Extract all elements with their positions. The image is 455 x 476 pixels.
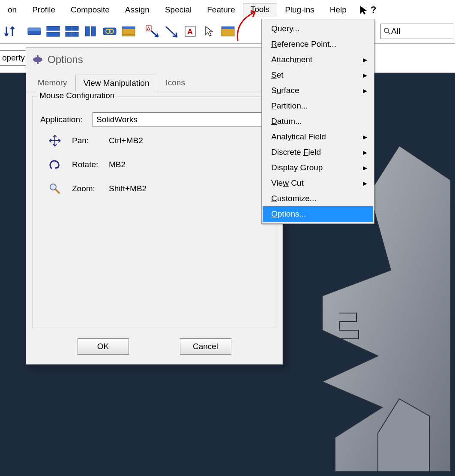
menu-composite[interactable]: Composite	[63, 3, 117, 16]
svg-rect-27	[37, 55, 39, 64]
submenu-arrow-icon: ▶	[363, 72, 367, 78]
panel-icon[interactable]	[120, 24, 137, 39]
zoom-icon	[48, 182, 62, 196]
tools-menu-item-surface[interactable]: Surface▶	[263, 83, 373, 98]
ok-button[interactable]: OK	[78, 338, 129, 355]
mouse-row-zoom: Zoom:Shift+MB2	[48, 182, 270, 196]
submenu-arrow-icon: ▶	[363, 180, 367, 187]
menu-help[interactable]: Help	[322, 3, 354, 16]
single-view-icon[interactable]	[26, 24, 43, 39]
tools-menu-item-displaygroup[interactable]: Display Group▶	[263, 160, 373, 175]
svg-point-28	[50, 184, 56, 190]
mouse-binding-value: MB2	[109, 160, 270, 169]
columns-view-icon[interactable]	[82, 24, 99, 39]
quad-view-icon[interactable]	[63, 24, 81, 39]
submenu-arrow-icon: ▶	[363, 134, 367, 140]
mouse-binding-value: Shift+MB2	[109, 184, 270, 193]
options-icon	[32, 54, 43, 65]
sort-icon[interactable]	[2, 24, 19, 39]
application-select[interactable]: SolidWorks	[93, 112, 270, 127]
svg-rect-4	[66, 26, 72, 30]
svg-rect-3	[47, 32, 60, 36]
dialog-title-bar: Options	[26, 48, 282, 67]
svg-rect-5	[72, 26, 78, 30]
tools-menu-item-referencepoint[interactable]: Reference Point...	[263, 36, 373, 52]
mouse-action-label: Pan:	[72, 136, 106, 145]
text-icon[interactable]: A	[182, 24, 199, 39]
tools-menu-item-set[interactable]: Set▶	[263, 67, 373, 83]
svg-rect-2	[47, 26, 60, 30]
svg-point-22	[384, 28, 389, 33]
tools-menu: Query...Reference Point...Attachment▶Set…	[261, 19, 374, 224]
tab-view-manipulation[interactable]: View Manipulation	[75, 75, 158, 91]
tools-menu-item-attachment[interactable]: Attachment▶	[263, 52, 373, 67]
filter-input[interactable]	[390, 26, 450, 36]
tools-menu-item-analyticalfield[interactable]: Analytical Field▶	[263, 129, 373, 145]
mouse-row-rotate: Rotate:MB2	[48, 158, 270, 172]
svg-rect-7	[72, 32, 78, 36]
svg-text:A: A	[147, 26, 150, 31]
application-value: SolidWorks	[96, 115, 138, 124]
menu-on[interactable]: on	[0, 3, 24, 16]
svg-rect-9	[91, 27, 96, 36]
annotate-arrow-icon[interactable]: A	[144, 24, 161, 39]
mouse-binding-value: Ctrl+MB2	[109, 136, 270, 145]
mouse-action-label: Zoom:	[72, 184, 106, 193]
document-icon[interactable]	[219, 24, 236, 39]
tools-menu-item-customize[interactable]: Customize...	[263, 191, 373, 206]
svg-rect-8	[85, 27, 90, 36]
mouse-row-pan: Pan:Ctrl+MB2	[48, 134, 270, 148]
submenu-arrow-icon: ▶	[363, 57, 367, 63]
menu-gins[interactable]: Plug-ins	[277, 3, 322, 16]
group-legend: Mouse Configuration	[37, 91, 117, 100]
search-icon	[383, 27, 390, 35]
tools-menu-item-partition[interactable]: Partition...	[263, 98, 373, 114]
context-help-icon[interactable]: ?	[354, 4, 380, 15]
svg-rect-14	[122, 27, 135, 29]
svg-line-29	[55, 189, 60, 193]
tools-menu-item-discretefield[interactable]: Discrete Field▶	[263, 145, 373, 160]
cursor-icon[interactable]	[201, 24, 218, 39]
menu-profile[interactable]: Profile	[24, 3, 63, 16]
toolbar: A A	[0, 21, 455, 44]
filter-field[interactable]	[380, 24, 453, 39]
submenu-arrow-icon: ▶	[363, 87, 367, 94]
tools-menu-item-query[interactable]: Query...	[263, 21, 373, 36]
split-view-icon[interactable]	[45, 24, 62, 39]
menu-ecial[interactable]: Special	[157, 3, 199, 16]
menu-assign[interactable]: Assign	[117, 3, 157, 16]
svg-rect-1	[28, 28, 41, 31]
options-dialog: Options MemoryView ManipulationIcons Mou…	[26, 47, 283, 365]
menu-tools[interactable]: Tools	[243, 3, 277, 17]
submenu-arrow-icon: ▶	[363, 165, 367, 171]
svg-text:A: A	[187, 27, 193, 36]
mouse-config-group: Mouse Configuration Application: SolidWo…	[32, 96, 276, 328]
submenu-arrow-icon: ▶	[363, 149, 367, 156]
pan-icon	[48, 134, 62, 148]
cancel-button[interactable]: Cancel	[180, 338, 231, 355]
tools-menu-item-viewcut[interactable]: View Cut▶	[263, 175, 373, 191]
menubar: onProfileCompositeAssignSpecialFeatureTo…	[0, 0, 455, 21]
tab-icons[interactable]: Icons	[157, 74, 193, 91]
tools-menu-item-datum[interactable]: Datum...	[263, 114, 373, 129]
arrow-icon[interactable]	[163, 24, 180, 39]
svg-rect-21	[222, 27, 234, 29]
dialog-tabs: MemoryView ManipulationIcons	[26, 74, 282, 91]
tab-memory[interactable]: Memory	[30, 74, 75, 91]
module-value: operty	[2, 53, 25, 63]
mouse-action-label: Rotate:	[72, 160, 106, 169]
rotate-icon	[48, 158, 62, 172]
application-label: Application:	[40, 115, 87, 124]
svg-rect-6	[66, 32, 72, 36]
tools-menu-item-options[interactable]: Options...	[263, 206, 373, 222]
dialog-title: Options	[48, 54, 83, 66]
menu-ure[interactable]: Feature	[199, 3, 243, 16]
link-icon[interactable]	[101, 24, 118, 39]
